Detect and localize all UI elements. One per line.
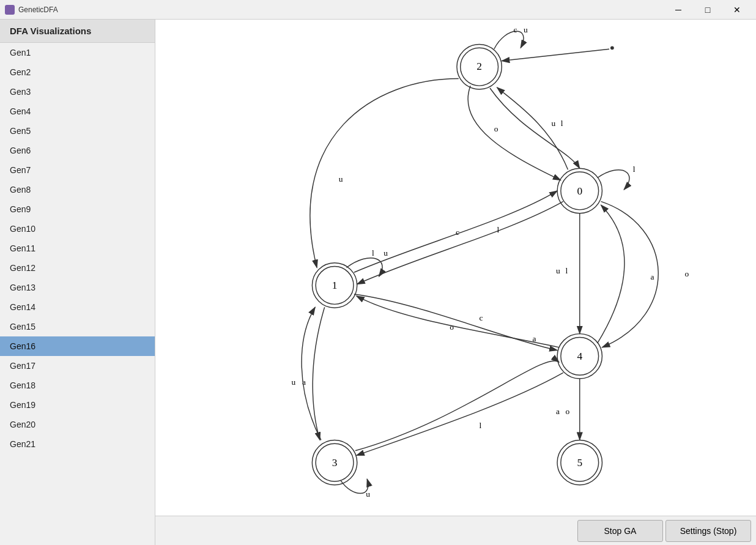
sidebar-item-gen7[interactable]: Gen7 — [0, 160, 155, 180]
svg-text:c: c — [514, 25, 517, 34]
svg-text:o: o — [450, 322, 454, 332]
sidebar-item-gen19[interactable]: Gen19 — [0, 395, 155, 415]
svg-text:a: a — [533, 334, 536, 343]
sidebar-item-gen21[interactable]: Gen21 — [0, 434, 155, 454]
sidebar-item-gen6[interactable]: Gen6 — [0, 141, 155, 160]
dfa-canvas: 2 0 1 4 3 5 — [155, 20, 756, 516]
minimize-button[interactable]: ─ — [664, 0, 692, 20]
node5-label: 5 — [577, 457, 582, 469]
svg-text:u: u — [551, 119, 555, 128]
sidebar-item-gen13[interactable]: Gen13 — [0, 278, 155, 297]
sidebar-list: Gen1Gen2Gen3Gen4Gen5Gen6Gen7Gen8Gen9Gen1… — [0, 43, 155, 545]
stop-ga-button[interactable]: Stop GA — [577, 520, 663, 542]
main-area: 2 0 1 4 3 5 — [155, 20, 756, 545]
bottom-bar: Stop GA Settings (Stop) — [155, 516, 756, 545]
sidebar-item-gen18[interactable]: Gen18 — [0, 376, 155, 395]
sidebar-item-gen15[interactable]: Gen15 — [0, 317, 155, 336]
node2-label: 2 — [476, 61, 482, 72]
svg-text:c: c — [456, 228, 459, 237]
close-button[interactable]: ✕ — [723, 0, 751, 20]
svg-text:a: a — [651, 272, 654, 281]
app-body: DFA Visualizations Gen1Gen2Gen3Gen4Gen5G… — [0, 20, 756, 545]
node3-label: 3 — [332, 457, 338, 469]
node1-label: 1 — [332, 280, 338, 291]
maximize-button[interactable]: □ — [694, 0, 722, 20]
settings-button[interactable]: Settings (Stop) — [665, 520, 751, 542]
sidebar-item-gen20[interactable]: Gen20 — [0, 415, 155, 434]
sidebar-item-gen10[interactable]: Gen10 — [0, 219, 155, 239]
svg-text:u: u — [556, 266, 560, 275]
svg-line-14 — [502, 49, 609, 61]
svg-text:u: u — [524, 25, 528, 34]
sidebar: DFA Visualizations Gen1Gen2Gen3Gen4Gen5G… — [0, 20, 155, 545]
sidebar-item-gen5[interactable]: Gen5 — [0, 121, 155, 141]
node4-label: 4 — [577, 350, 582, 362]
sidebar-item-gen17[interactable]: Gen17 — [0, 356, 155, 376]
svg-text:l: l — [497, 225, 500, 234]
svg-text:c: c — [480, 313, 483, 322]
svg-text:u: u — [292, 377, 296, 387]
sidebar-item-gen9[interactable]: Gen9 — [0, 199, 155, 219]
sidebar-item-gen2[interactable]: Gen2 — [0, 62, 155, 82]
title-bar: GeneticDFA ─ □ ✕ — [0, 0, 756, 20]
sidebar-item-gen14[interactable]: Gen14 — [0, 297, 155, 317]
svg-text:u: u — [339, 175, 343, 184]
node0-label: 0 — [577, 185, 582, 197]
svg-text:u: u — [384, 248, 388, 258]
svg-text:a: a — [556, 407, 560, 416]
svg-text:l: l — [633, 165, 636, 174]
svg-text:u: u — [366, 489, 370, 499]
svg-text:o: o — [685, 269, 689, 278]
sidebar-item-gen12[interactable]: Gen12 — [0, 258, 155, 278]
dfa-graph: 2 0 1 4 3 5 — [155, 20, 756, 516]
svg-text:l: l — [480, 421, 482, 430]
svg-text:o: o — [566, 407, 570, 416]
sidebar-header: DFA Visualizations — [0, 20, 155, 43]
sidebar-item-gen11[interactable]: Gen11 — [0, 239, 155, 258]
sidebar-item-gen16[interactable]: Gen16 — [0, 336, 155, 356]
svg-text:l: l — [372, 248, 374, 258]
svg-text:l: l — [561, 119, 563, 128]
sidebar-item-gen1[interactable]: Gen1 — [0, 43, 155, 62]
sidebar-item-gen8[interactable]: Gen8 — [0, 180, 155, 199]
window-controls: ─ □ ✕ — [664, 0, 751, 20]
sidebar-item-gen3[interactable]: Gen3 — [0, 82, 155, 102]
svg-text:l: l — [566, 266, 568, 275]
svg-text:o: o — [494, 124, 498, 133]
app-title: GeneticDFA — [18, 6, 664, 14]
svg-point-15 — [610, 46, 614, 50]
sidebar-item-gen4[interactable]: Gen4 — [0, 102, 155, 121]
app-icon — [5, 5, 15, 15]
